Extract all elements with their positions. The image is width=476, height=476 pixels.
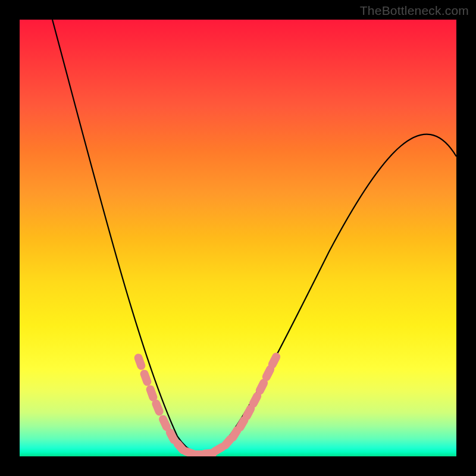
bottleneck-curve [52,20,456,454]
plot-area [20,20,456,456]
chart-frame: TheBottleneck.com [0,0,476,476]
watermark-text: TheBottleneck.com [360,4,469,18]
marker-group [133,351,282,456]
chart-svg [20,20,456,456]
data-marker [139,368,153,387]
data-marker [133,352,147,371]
